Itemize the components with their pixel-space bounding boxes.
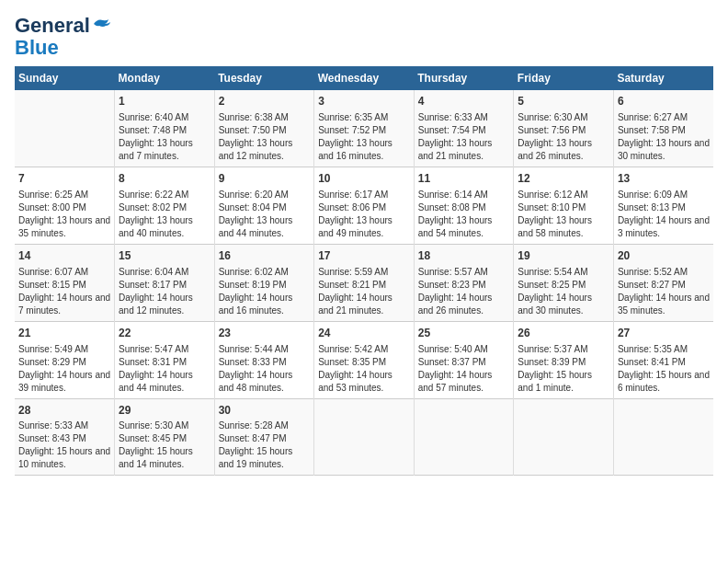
- day-number: 28: [18, 403, 110, 419]
- calendar-cell: 6Sunrise: 6:27 AMSunset: 7:58 PMDaylight…: [613, 90, 713, 167]
- calendar-cell: [414, 398, 514, 476]
- calendar-cell: 24Sunrise: 5:42 AMSunset: 8:35 PMDayligh…: [314, 321, 415, 398]
- day-number: 11: [418, 171, 510, 187]
- logo-blue: Blue: [15, 37, 59, 59]
- day-info: Sunrise: 5:44 AMSunset: 8:33 PMDaylight:…: [219, 343, 311, 395]
- day-info: Sunrise: 6:20 AMSunset: 8:04 PMDaylight:…: [219, 189, 311, 240]
- logo-text: General: [15, 15, 90, 37]
- calendar-cell: 25Sunrise: 5:40 AMSunset: 8:37 PMDayligh…: [414, 321, 514, 398]
- day-number: 14: [18, 248, 110, 264]
- calendar-cell: 5Sunrise: 6:30 AMSunset: 7:56 PMDaylight…: [514, 90, 614, 167]
- day-number: 30: [219, 403, 311, 419]
- day-info: Sunrise: 6:04 AMSunset: 8:17 PMDaylight:…: [119, 266, 210, 317]
- calendar-week-row: 7Sunrise: 6:25 AMSunset: 8:00 PMDaylight…: [15, 167, 713, 245]
- calendar-cell: 22Sunrise: 5:47 AMSunset: 8:31 PMDayligh…: [115, 321, 215, 398]
- day-number: 5: [518, 94, 609, 109]
- page-header: General Blue: [15, 15, 713, 59]
- calendar-cell: 28Sunrise: 5:33 AMSunset: 8:43 PMDayligh…: [15, 398, 115, 476]
- day-number: 17: [318, 248, 410, 264]
- calendar-cell: 27Sunrise: 5:35 AMSunset: 8:41 PMDayligh…: [613, 321, 713, 398]
- day-info: Sunrise: 5:30 AMSunset: 8:45 PMDaylight:…: [119, 419, 210, 471]
- day-number: 8: [119, 171, 210, 187]
- day-info: Sunrise: 5:52 AMSunset: 8:27 PMDaylight:…: [618, 266, 710, 317]
- calendar-cell: 2Sunrise: 6:38 AMSunset: 7:50 PMDaylight…: [214, 90, 314, 167]
- calendar-week-row: 14Sunrise: 6:07 AMSunset: 8:15 PMDayligh…: [15, 244, 713, 321]
- calendar-cell: [15, 90, 115, 167]
- day-number: 29: [119, 403, 210, 419]
- day-number: 26: [518, 326, 609, 341]
- weekday-header-thursday: Thursday: [414, 66, 514, 90]
- calendar-cell: 20Sunrise: 5:52 AMSunset: 8:27 PMDayligh…: [613, 244, 713, 321]
- calendar-cell: 30Sunrise: 5:28 AMSunset: 8:47 PMDayligh…: [214, 398, 314, 476]
- calendar-cell: 15Sunrise: 6:04 AMSunset: 8:17 PMDayligh…: [115, 244, 215, 321]
- weekday-header-row: SundayMondayTuesdayWednesdayThursdayFrid…: [15, 66, 713, 90]
- calendar-cell: 11Sunrise: 6:14 AMSunset: 8:08 PMDayligh…: [414, 167, 514, 245]
- day-info: Sunrise: 5:37 AMSunset: 8:39 PMDaylight:…: [518, 343, 609, 395]
- day-number: 13: [618, 171, 710, 187]
- day-number: 4: [418, 94, 510, 109]
- day-info: Sunrise: 6:40 AMSunset: 7:48 PMDaylight:…: [119, 111, 210, 163]
- day-info: Sunrise: 5:33 AMSunset: 8:43 PMDaylight:…: [18, 419, 110, 471]
- day-number: 22: [119, 326, 210, 341]
- day-info: Sunrise: 6:27 AMSunset: 7:58 PMDaylight:…: [618, 111, 710, 163]
- day-number: 10: [318, 171, 410, 187]
- day-info: Sunrise: 6:22 AMSunset: 8:02 PMDaylight:…: [119, 189, 210, 240]
- day-info: Sunrise: 5:54 AMSunset: 8:25 PMDaylight:…: [518, 266, 609, 317]
- day-info: Sunrise: 5:49 AMSunset: 8:29 PMDaylight:…: [18, 343, 110, 395]
- day-info: Sunrise: 6:17 AMSunset: 8:06 PMDaylight:…: [318, 189, 410, 240]
- day-number: 9: [219, 171, 311, 187]
- weekday-header-wednesday: Wednesday: [314, 66, 415, 90]
- calendar-cell: 1Sunrise: 6:40 AMSunset: 7:48 PMDaylight…: [115, 90, 215, 167]
- logo: General Blue: [15, 15, 110, 59]
- day-info: Sunrise: 5:59 AMSunset: 8:21 PMDaylight:…: [318, 266, 410, 317]
- weekday-header-sunday: Sunday: [15, 66, 115, 90]
- calendar-cell: 21Sunrise: 5:49 AMSunset: 8:29 PMDayligh…: [15, 321, 115, 398]
- calendar-cell: 8Sunrise: 6:22 AMSunset: 8:02 PMDaylight…: [115, 167, 215, 245]
- calendar-cell: 10Sunrise: 6:17 AMSunset: 8:06 PMDayligh…: [314, 167, 415, 245]
- day-info: Sunrise: 6:38 AMSunset: 7:50 PMDaylight:…: [219, 111, 311, 163]
- day-info: Sunrise: 6:33 AMSunset: 7:54 PMDaylight:…: [418, 111, 510, 163]
- calendar-cell: 4Sunrise: 6:33 AMSunset: 7:54 PMDaylight…: [414, 90, 514, 167]
- day-number: 15: [119, 248, 210, 264]
- day-number: 23: [219, 326, 311, 341]
- day-info: Sunrise: 5:47 AMSunset: 8:31 PMDaylight:…: [119, 343, 210, 395]
- calendar-cell: 13Sunrise: 6:09 AMSunset: 8:13 PMDayligh…: [613, 167, 713, 245]
- day-number: 2: [219, 94, 311, 109]
- calendar-cell: 23Sunrise: 5:44 AMSunset: 8:33 PMDayligh…: [214, 321, 314, 398]
- calendar-cell: 14Sunrise: 6:07 AMSunset: 8:15 PMDayligh…: [15, 244, 115, 321]
- day-number: 6: [618, 94, 710, 109]
- day-number: 24: [318, 326, 410, 341]
- day-info: Sunrise: 6:09 AMSunset: 8:13 PMDaylight:…: [618, 189, 710, 240]
- day-number: 3: [318, 94, 410, 109]
- calendar-cell: 7Sunrise: 6:25 AMSunset: 8:00 PMDaylight…: [15, 167, 115, 245]
- weekday-header-friday: Friday: [514, 66, 614, 90]
- day-info: Sunrise: 6:25 AMSunset: 8:00 PMDaylight:…: [18, 189, 110, 240]
- day-info: Sunrise: 5:35 AMSunset: 8:41 PMDaylight:…: [618, 343, 710, 395]
- day-info: Sunrise: 5:42 AMSunset: 8:35 PMDaylight:…: [318, 343, 410, 395]
- calendar-cell: 16Sunrise: 6:02 AMSunset: 8:19 PMDayligh…: [214, 244, 314, 321]
- weekday-header-monday: Monday: [115, 66, 215, 90]
- day-info: Sunrise: 6:14 AMSunset: 8:08 PMDaylight:…: [418, 189, 510, 240]
- day-info: Sunrise: 5:40 AMSunset: 8:37 PMDaylight:…: [418, 343, 510, 395]
- calendar-week-row: 1Sunrise: 6:40 AMSunset: 7:48 PMDaylight…: [15, 90, 713, 167]
- calendar-cell: 29Sunrise: 5:30 AMSunset: 8:45 PMDayligh…: [115, 398, 215, 476]
- weekday-header-tuesday: Tuesday: [214, 66, 314, 90]
- calendar-week-row: 21Sunrise: 5:49 AMSunset: 8:29 PMDayligh…: [15, 321, 713, 398]
- day-number: 21: [18, 326, 110, 341]
- calendar-cell: 26Sunrise: 5:37 AMSunset: 8:39 PMDayligh…: [514, 321, 614, 398]
- day-number: 25: [418, 326, 510, 341]
- logo-general: General: [15, 14, 90, 37]
- weekday-header-saturday: Saturday: [613, 66, 713, 90]
- day-number: 16: [219, 248, 311, 264]
- calendar-cell: 9Sunrise: 6:20 AMSunset: 8:04 PMDaylight…: [214, 167, 314, 245]
- calendar-cell: 3Sunrise: 6:35 AMSunset: 7:52 PMDaylight…: [314, 90, 415, 167]
- day-number: 20: [618, 248, 710, 264]
- day-number: 7: [18, 171, 110, 187]
- day-info: Sunrise: 6:12 AMSunset: 8:10 PMDaylight:…: [518, 189, 609, 240]
- day-number: 27: [618, 326, 710, 341]
- calendar-cell: 17Sunrise: 5:59 AMSunset: 8:21 PMDayligh…: [314, 244, 415, 321]
- day-info: Sunrise: 6:30 AMSunset: 7:56 PMDaylight:…: [518, 111, 609, 163]
- day-number: 19: [518, 248, 609, 264]
- day-info: Sunrise: 6:02 AMSunset: 8:19 PMDaylight:…: [219, 266, 311, 317]
- calendar-cell: [314, 398, 415, 476]
